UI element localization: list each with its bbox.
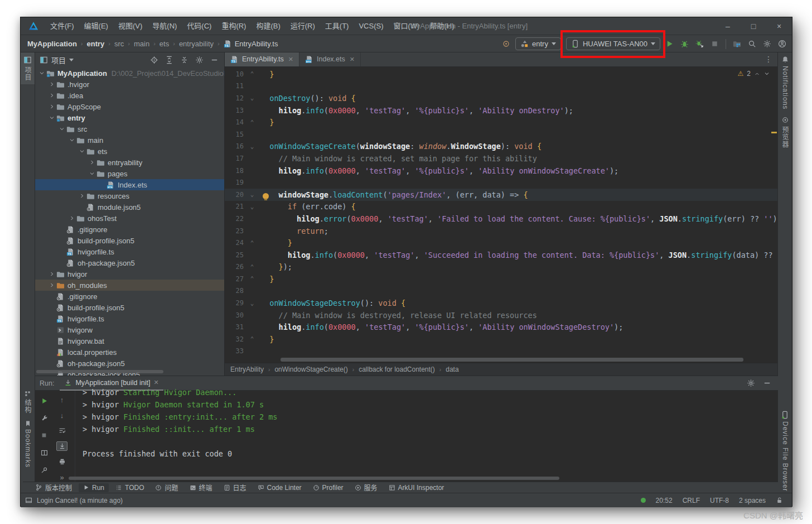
tree-item-ets[interactable]: ets <box>35 146 225 157</box>
editor-breadcrumb-item[interactable]: data <box>446 366 458 373</box>
tree-item-entry[interactable]: entry <box>35 112 225 123</box>
code-line-15[interactable]: 15 <box>225 128 778 141</box>
fold-marker-icon[interactable]: ⌄ <box>244 94 260 102</box>
chevron-right-icon[interactable] <box>47 81 56 88</box>
tree-item-.hvigor[interactable]: .hvigor <box>35 79 225 90</box>
printer-icon[interactable] <box>56 457 67 467</box>
code-line-25[interactable]: 25 hilog.info(0x0000, 'testTag', 'Succee… <box>225 249 778 261</box>
wrench-icon[interactable] <box>38 412 50 424</box>
bug-icon[interactable] <box>680 40 689 48</box>
tree-item-src[interactable]: src <box>35 123 225 134</box>
menu-item[interactable]: VCS(S) <box>354 17 388 35</box>
tree-item-hvigorfile.ts[interactable]: TShvigorfile.ts <box>35 313 225 324</box>
tab-options-icon[interactable]: ⋮ <box>759 52 778 66</box>
menu-item[interactable]: 运行(R) <box>286 17 320 35</box>
gear-icon[interactable] <box>763 40 771 48</box>
code-area[interactable]: 10⌃ }1112⌄ onDestroy(): void {13 hilog.i… <box>225 68 778 357</box>
chevron-down-icon[interactable] <box>763 70 770 77</box>
code-line-17[interactable]: 17 // Main window is created, set main p… <box>225 152 778 165</box>
editor-breadcrumb-item[interactable]: onWindowStageCreate() <box>274 366 347 373</box>
chevron-down-icon[interactable] <box>67 137 76 143</box>
code-line-12[interactable]: 12⌄ onDestroy(): void { <box>225 92 778 104</box>
chevron-right-icon[interactable] <box>88 159 96 166</box>
run-console[interactable]: > hvigor Starting Hvigor Daemon...> hvig… <box>75 386 778 482</box>
fold-marker-icon[interactable]: ⌃ <box>244 70 260 78</box>
code-line-33[interactable]: 33 <box>225 345 778 358</box>
fold-marker-icon[interactable]: ⌃ <box>244 119 260 126</box>
tree-item-hvigor[interactable]: hvigor <box>35 268 225 280</box>
tool-stripe-tab-结构[interactable]: 结构 <box>21 387 35 417</box>
expand-all-icon[interactable] <box>165 56 173 64</box>
chevron-up-icon[interactable] <box>754 71 760 77</box>
device-select[interactable]: HUAWEI TAS-AN00 <box>566 37 660 50</box>
fold-marker-icon[interactable]: ⌄ <box>244 203 260 210</box>
more-icon[interactable]: » <box>56 473 67 482</box>
code-line-18[interactable]: 18 hilog.info(0x0000, 'testTag', '%{publ… <box>225 165 778 177</box>
target-icon[interactable] <box>502 40 510 48</box>
project-panel-title[interactable]: 项目 <box>51 55 66 65</box>
code-line-22[interactable]: 22 hilog.error(0x0000, 'testTag', 'Faile… <box>225 213 778 225</box>
code-line-20[interactable]: 20⌄ windowStage.loadContent('pages/Index… <box>225 189 778 201</box>
code-line-16[interactable]: 16⌄ onWindowStageCreate(windowStage: win… <box>225 141 778 153</box>
tree-item-.gitignore[interactable]: .gitignore <box>35 224 225 235</box>
inspection-widget[interactable]: ⚠ 2 <box>738 70 770 78</box>
softwrap-icon[interactable] <box>56 426 67 436</box>
tree-item-build-profile.json5[interactable]: build-profile.json5 <box>35 235 225 246</box>
code-line-24[interactable]: 24⌃ } <box>225 237 778 249</box>
menu-item[interactable]: 编辑(E) <box>79 17 113 35</box>
tree-item-oh-package.json5[interactable]: oh-package.json5 <box>35 257 225 268</box>
editor-horizontal-scrollbar[interactable] <box>281 358 743 362</box>
code-line-30[interactable]: 30 // Main window is destroyed, release … <box>225 309 778 321</box>
breadcrumb-item[interactable]: EntryAbility.ts <box>235 40 278 48</box>
chevron-down-icon[interactable] <box>69 59 74 61</box>
close-icon[interactable]: ✕ <box>288 56 293 63</box>
tree-item-MyApplication[interactable]: MyApplicationD:\002_Project\014_DevEcoSt… <box>35 68 225 79</box>
account-icon[interactable] <box>778 40 786 48</box>
fold-marker-icon[interactable]: ⌃ <box>244 335 260 343</box>
tree-item-hvigorw[interactable]: hvigorw <box>35 324 225 335</box>
code-line-11[interactable]: 11 <box>225 80 778 93</box>
minimize-panel-icon[interactable] <box>210 56 219 64</box>
down-icon[interactable]: ↓ <box>56 411 67 420</box>
file-encoding[interactable]: UTF-8 <box>710 497 729 504</box>
tool-window-button-版本控制[interactable]: 版本控制 <box>31 482 76 493</box>
play-icon[interactable] <box>665 40 674 48</box>
tool-stripe-tab-预览器[interactable]: 预览器 <box>778 113 792 151</box>
editor-tab-Index.ets[interactable]: ETSIndex.ets✕ <box>299 52 361 66</box>
tool-window-button-Code Linter[interactable]: Code Linter <box>253 483 306 492</box>
lock-icon[interactable] <box>776 497 783 504</box>
chevron-down-icon[interactable] <box>57 126 66 132</box>
tool-stripe-tab-Notifications[interactable]: Notifications <box>778 52 792 113</box>
bug-attach-icon[interactable] <box>695 40 704 48</box>
editor-breadcrumb-item[interactable]: callback for loadContent() <box>359 366 435 373</box>
breadcrumb-item[interactable]: MyApplication <box>27 40 77 48</box>
modules-icon[interactable] <box>733 40 741 48</box>
chevron-down-icon[interactable] <box>47 114 56 121</box>
rerun-icon[interactable] <box>38 395 50 406</box>
code-line-27[interactable]: 27⌃ } <box>225 273 778 285</box>
code-line-26[interactable]: 26⌃ }); <box>225 261 778 273</box>
console-horizontal-scrollbar[interactable] <box>69 477 559 480</box>
code-line-13[interactable]: 13 hilog.info(0x0000, 'testTag', '%{publ… <box>225 104 778 117</box>
stop-gray-icon[interactable] <box>38 430 50 441</box>
code-line-21[interactable]: 21⌄ if (err.code) { <box>225 201 778 213</box>
chevron-right-icon[interactable] <box>78 193 86 199</box>
tree-item-.idea[interactable]: .idea <box>35 90 225 101</box>
maximize-button[interactable]: □ <box>741 17 766 35</box>
tool-window-button-TODO[interactable]: TODO <box>111 483 148 492</box>
close-icon[interactable]: ✕ <box>154 379 159 386</box>
tree-item-AppScope[interactable]: AppScope <box>35 101 225 112</box>
tree-item-main[interactable]: main <box>35 134 225 146</box>
locate-icon[interactable] <box>150 56 158 64</box>
intention-bulb-icon[interactable] <box>263 193 269 199</box>
scrollend-icon[interactable] <box>56 441 67 451</box>
tool-window-toggle-icon[interactable] <box>25 497 32 504</box>
code-line-28[interactable]: 28 <box>225 285 778 297</box>
menu-item[interactable]: 代码(C) <box>182 17 216 35</box>
code-line-10[interactable]: 10⌃ } <box>225 68 778 80</box>
stop-square-icon[interactable] <box>710 40 719 48</box>
chevron-right-icon[interactable] <box>47 92 56 99</box>
chevron-right-icon[interactable] <box>47 282 56 289</box>
tree-item-oh-package.json5[interactable]: oh-package.json5 <box>35 358 225 369</box>
tree-item-pages[interactable]: pages <box>35 168 225 179</box>
